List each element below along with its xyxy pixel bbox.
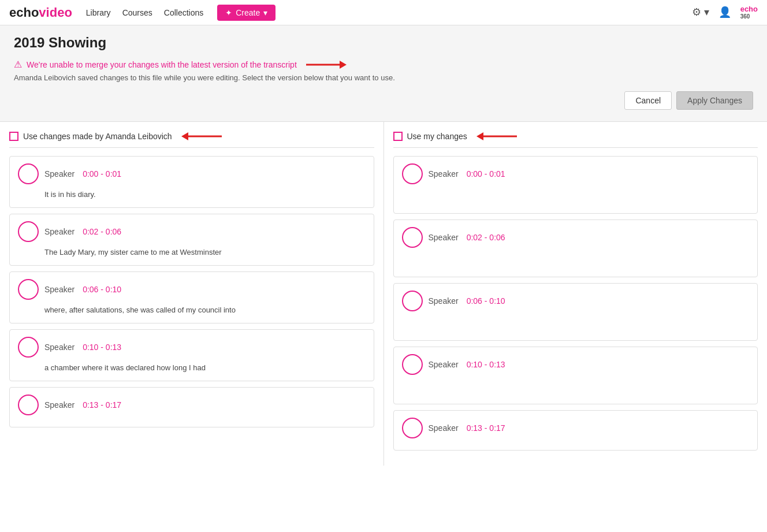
left-card-1-header: Speaker 0:00 - 0:01 (18, 163, 366, 184)
left-card-2-avatar (18, 221, 39, 242)
user-button[interactable]: 👤 (718, 6, 731, 18)
left-card-3-avatar (18, 279, 39, 300)
left-card-4-time: 0:10 - 0:13 (83, 343, 121, 352)
warning-row: ⚠ We're unable to merge your changes wit… (14, 59, 753, 70)
left-card-1-text: It is in his diary. (44, 189, 366, 200)
right-card-1: Speaker 0:00 - 0:01 (393, 156, 758, 214)
left-col-arrow-icon (181, 131, 222, 142)
right-card-4: Speaker 0:10 - 0:13 (393, 347, 758, 404)
right-card-4-time: 0:10 - 0:13 (467, 360, 505, 369)
apply-changes-button[interactable]: Apply Changes (676, 91, 753, 110)
left-card-3-speaker: Speaker (44, 285, 75, 294)
right-card-3-speaker: Speaker (429, 296, 459, 306)
left-card-5-speaker: Speaker (44, 400, 75, 410)
left-card-2: Speaker 0:02 - 0:06 The Lady Mary, my si… (9, 214, 374, 266)
left-card-5-time: 0:13 - 0:17 (83, 400, 121, 410)
left-card-3-header: Speaker 0:06 - 0:10 (18, 279, 366, 300)
nav-collections[interactable]: Collections (164, 8, 203, 17)
right-col-label: Use my changes (407, 132, 467, 141)
warning-icon: ⚠ (14, 59, 22, 70)
right-col-checkbox[interactable] (393, 132, 403, 141)
right-card-4-avatar (402, 354, 423, 375)
left-card-4-speaker: Speaker (44, 343, 75, 352)
sub-text: Amanda Leibovich saved changes to this f… (14, 73, 753, 82)
left-card-4-text: a chamber where it was declared how long… (44, 362, 366, 374)
left-card-4: Speaker 0:10 - 0:13 a chamber where it w… (9, 329, 374, 381)
left-card-5: Speaker 0:13 - 0:17 (9, 387, 374, 427)
nav-library[interactable]: Library (86, 8, 111, 17)
chevron-down-icon: ▾ (263, 8, 267, 17)
right-card-4-text (429, 380, 750, 397)
action-row: Cancel Apply Changes (14, 91, 753, 110)
settings-button[interactable]: ⚙ ▾ (692, 6, 709, 18)
right-card-2-text (429, 252, 750, 270)
right-card-1-text (429, 189, 750, 206)
right-card-2: Speaker 0:02 - 0:06 (393, 220, 758, 277)
create-button[interactable]: ✦ Create ▾ (217, 5, 275, 21)
left-card-1-time: 0:00 - 0:01 (83, 169, 121, 178)
nav-links: Library Courses Collections (86, 8, 203, 17)
left-card-3-text: where, after salutations, she was called… (44, 304, 366, 316)
warning-arrow-icon (306, 59, 347, 70)
create-label: Create (236, 8, 260, 17)
right-card-1-avatar (402, 163, 423, 184)
logo[interactable]: echovideo (9, 5, 72, 20)
right-card-3-time: 0:06 - 0:10 (467, 296, 505, 306)
right-card-1-header: Speaker 0:00 - 0:01 (402, 163, 750, 184)
right-card-2-header: Speaker 0:02 - 0:06 (402, 227, 750, 248)
left-card-5-header: Speaker 0:13 - 0:17 (18, 395, 366, 415)
right-card-2-speaker: Speaker (429, 233, 459, 242)
page-header: 2019 Showing ⚠ We're unable to merge you… (0, 25, 767, 122)
right-card-5: Speaker 0:13 - 0:17 (393, 410, 758, 451)
left-card-2-speaker: Speaker (44, 227, 75, 236)
left-col-header: Use changes made by Amanda Leibovich (9, 131, 374, 148)
right-card-5-time: 0:13 - 0:17 (467, 423, 505, 433)
warning-text: We're unable to merge your changes with … (27, 60, 297, 69)
right-card-2-time: 0:02 - 0:06 (467, 233, 505, 242)
nav-courses[interactable]: Courses (122, 8, 152, 17)
logo-echo: echo (9, 5, 39, 20)
left-card-1-speaker: Speaker (44, 169, 75, 178)
nav-right: ⚙ ▾ 👤 echo 360 (692, 5, 758, 20)
echo360-logo: echo 360 (740, 5, 758, 20)
left-col-label: Use changes made by Amanda Leibovich (23, 132, 172, 141)
left-col-checkbox[interactable] (9, 132, 18, 141)
left-card-2-time: 0:02 - 0:06 (83, 227, 121, 236)
right-card-5-header: Speaker 0:13 - 0:17 (402, 418, 750, 438)
page-title: 2019 Showing (14, 35, 753, 51)
logo-video: video (39, 5, 72, 20)
right-col-header: Use my changes (393, 131, 758, 148)
right-card-3-text (429, 316, 750, 333)
right-card-1-speaker: Speaker (429, 169, 459, 178)
right-card-3-avatar (402, 291, 423, 311)
left-card-1-avatar (18, 163, 39, 184)
content-area: Use changes made by Amanda Leibovich Spe… (0, 122, 767, 466)
left-card-4-header: Speaker 0:10 - 0:13 (18, 337, 366, 358)
left-card-4-avatar (18, 337, 39, 358)
right-column: Use my changes Speaker 0:00 - 0:01 Speak… (384, 122, 768, 466)
right-card-3: Speaker 0:06 - 0:10 (393, 283, 758, 341)
right-card-1-time: 0:00 - 0:01 (467, 169, 505, 178)
create-icon: ✦ (225, 8, 232, 17)
right-col-arrow-icon (476, 131, 517, 142)
left-card-2-header: Speaker 0:02 - 0:06 (18, 221, 366, 242)
left-card-2-text: The Lady Mary, my sister came to me at W… (44, 247, 366, 258)
left-column: Use changes made by Amanda Leibovich Spe… (0, 122, 384, 466)
right-card-5-avatar (402, 418, 423, 438)
left-card-3: Speaker 0:06 - 0:10 where, after salutat… (9, 271, 374, 323)
right-card-4-header: Speaker 0:10 - 0:13 (402, 354, 750, 375)
right-card-5-speaker: Speaker (429, 423, 459, 433)
left-card-3-time: 0:06 - 0:10 (83, 285, 121, 294)
left-card-1: Speaker 0:00 - 0:01 It is in his diary. (9, 156, 374, 208)
right-card-2-avatar (402, 227, 423, 248)
cancel-button[interactable]: Cancel (624, 91, 672, 110)
navbar: echovideo Library Courses Collections ✦ … (0, 0, 767, 25)
right-card-4-speaker: Speaker (429, 360, 459, 369)
left-card-5-avatar (18, 395, 39, 415)
right-card-3-header: Speaker 0:06 - 0:10 (402, 291, 750, 311)
